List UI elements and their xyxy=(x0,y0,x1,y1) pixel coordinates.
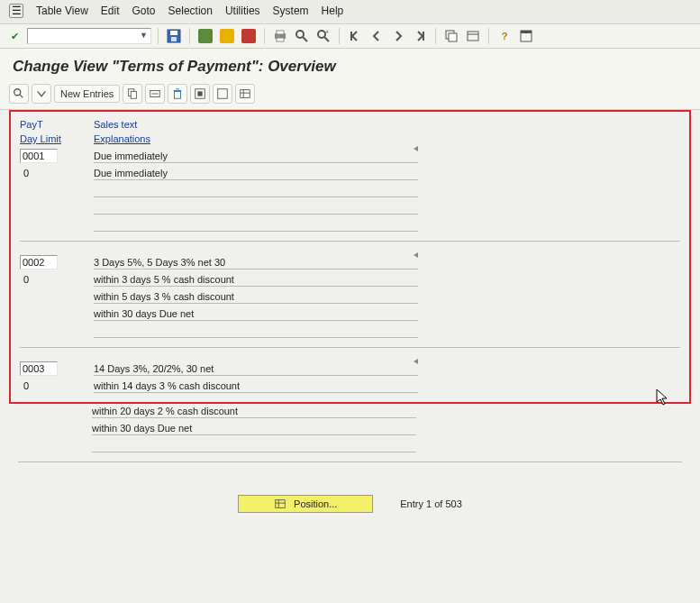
payt-key-input[interactable]: 0001 xyxy=(20,149,58,163)
find-icon[interactable] xyxy=(293,27,311,45)
svg-rect-30 xyxy=(218,89,228,99)
display-change-icon[interactable] xyxy=(9,84,29,104)
cancel-icon[interactable] xyxy=(240,27,258,45)
col-header-sales-text: Sales text xyxy=(94,119,680,130)
sales-text-field[interactable]: Due immediately xyxy=(94,149,418,163)
standard-toolbar: ✔ + ? xyxy=(0,24,700,49)
explanation-line[interactable]: within 5 days 3 % cash discount xyxy=(94,289,418,304)
svg-line-20 xyxy=(20,95,23,98)
col-header-day-limit: Day Limit xyxy=(20,133,94,144)
payt-key-input[interactable]: 0002 xyxy=(20,255,58,270)
table-footer: Position... Entry 1 of 503 xyxy=(9,482,691,518)
menu-edit[interactable]: Edit xyxy=(101,5,120,17)
svg-rect-14 xyxy=(449,33,457,41)
explanation-line[interactable]: within 30 days Due net xyxy=(92,421,416,435)
svg-rect-22 xyxy=(132,91,137,98)
find-next-icon[interactable]: + xyxy=(314,27,332,45)
menu-utilities[interactable]: Utilities xyxy=(225,5,260,17)
explanation-line[interactable] xyxy=(94,200,418,215)
field-content-icon[interactable] xyxy=(145,84,165,104)
svg-rect-1 xyxy=(170,31,177,35)
col-header-explanations: Explanations xyxy=(94,133,680,144)
payment-term-entry-cont: within 20 days 2 % cash discount within … xyxy=(18,403,682,462)
next-page-icon[interactable] xyxy=(389,27,407,45)
payt-key-input[interactable]: 0003 xyxy=(20,361,58,376)
svg-rect-29 xyxy=(198,91,203,96)
explanation-line[interactable]: within 14 days 3 % cash discount xyxy=(94,379,418,393)
menu-bar: ☰ Table View Edit Goto Selection Utiliti… xyxy=(0,0,700,24)
payment-term-entry: 0001 Due immediately 0Due immediately xyxy=(20,148,680,242)
command-field[interactable] xyxy=(27,28,151,44)
entry-counter: Entry 1 of 503 xyxy=(400,498,462,509)
menu-table-view[interactable]: Table View xyxy=(36,5,88,17)
explanation-line[interactable]: within 30 days Due net xyxy=(94,306,418,321)
svg-rect-2 xyxy=(171,37,177,41)
first-page-icon[interactable] xyxy=(346,27,364,45)
svg-rect-4 xyxy=(277,31,284,34)
last-page-icon[interactable] xyxy=(411,27,429,45)
svg-rect-34 xyxy=(276,500,286,508)
svg-rect-18 xyxy=(521,31,532,33)
select-all-icon[interactable] xyxy=(190,84,210,104)
menu-selection[interactable]: Selection xyxy=(168,5,213,17)
back-icon[interactable] xyxy=(196,27,214,45)
delete-icon[interactable] xyxy=(168,84,187,104)
svg-rect-5 xyxy=(277,38,284,41)
explanation-line[interactable] xyxy=(94,217,418,232)
expand-icon[interactable] xyxy=(32,84,51,104)
sales-text-field[interactable]: 3 Days 5%, 5 Days 3% net 30 xyxy=(94,255,418,270)
svg-rect-25 xyxy=(175,91,181,98)
svg-point-19 xyxy=(14,89,21,96)
new-session-icon[interactable] xyxy=(442,27,460,45)
menu-system[interactable]: System xyxy=(273,5,309,17)
menu-help[interactable]: Help xyxy=(322,5,344,17)
print-icon[interactable] xyxy=(271,27,289,45)
sap-menu-icon[interactable]: ☰ xyxy=(9,4,23,18)
explanation-line[interactable] xyxy=(94,324,418,338)
app-toolbar: New Entries xyxy=(0,81,700,110)
position-button[interactable]: Position... xyxy=(238,495,373,513)
layout-icon[interactable] xyxy=(517,27,535,45)
explanation-line[interactable] xyxy=(94,183,418,197)
explanation-line[interactable]: within 3 days 5 % cash discount xyxy=(94,272,418,287)
shortcut-icon[interactable] xyxy=(464,27,482,45)
payment-term-entry: 0003 14 Days 3%, 20/2%, 30 net 0within 1… xyxy=(20,361,680,394)
save-icon[interactable] xyxy=(165,27,183,45)
svg-line-7 xyxy=(303,37,307,41)
svg-point-6 xyxy=(296,31,304,38)
menu-goto[interactable]: Goto xyxy=(132,5,156,17)
content-area: PayT Sales text Day Limit Explanations 0… xyxy=(0,110,700,527)
col-header-payt: PayT xyxy=(20,119,94,130)
page-title: Change View "Terms of Payment": Overview xyxy=(0,49,700,81)
day-limit-value: 0 xyxy=(20,274,29,285)
help-icon[interactable]: ? xyxy=(495,27,514,45)
explanation-line[interactable]: Due immediately xyxy=(94,166,418,180)
prev-page-icon[interactable] xyxy=(368,27,386,45)
enter-icon[interactable]: ✔ xyxy=(5,27,23,45)
highlight-region: PayT Sales text Day Limit Explanations 0… xyxy=(9,110,691,404)
position-icon xyxy=(274,498,286,510)
sales-text-field[interactable]: 14 Days 3%, 20/2%, 30 net xyxy=(94,361,418,376)
svg-rect-15 xyxy=(468,32,478,41)
explanation-line[interactable]: within 20 days 2 % cash discount xyxy=(92,404,416,418)
svg-rect-31 xyxy=(241,90,250,98)
deselect-all-icon[interactable] xyxy=(213,84,232,104)
day-limit-value: 0 xyxy=(20,380,29,391)
day-limit-value: 0 xyxy=(20,168,29,178)
exit-icon[interactable] xyxy=(218,27,236,45)
svg-point-8 xyxy=(318,31,325,38)
svg-line-9 xyxy=(324,37,329,41)
new-entries-button[interactable]: New Entries xyxy=(54,85,120,103)
config-icon[interactable] xyxy=(235,84,255,104)
explanation-line[interactable] xyxy=(92,438,416,452)
copy-as-icon[interactable] xyxy=(123,84,142,104)
payment-term-entry: 0002 3 Days 5%, 5 Days 3% net 30 0within… xyxy=(20,254,680,348)
svg-text:+: + xyxy=(325,29,329,35)
